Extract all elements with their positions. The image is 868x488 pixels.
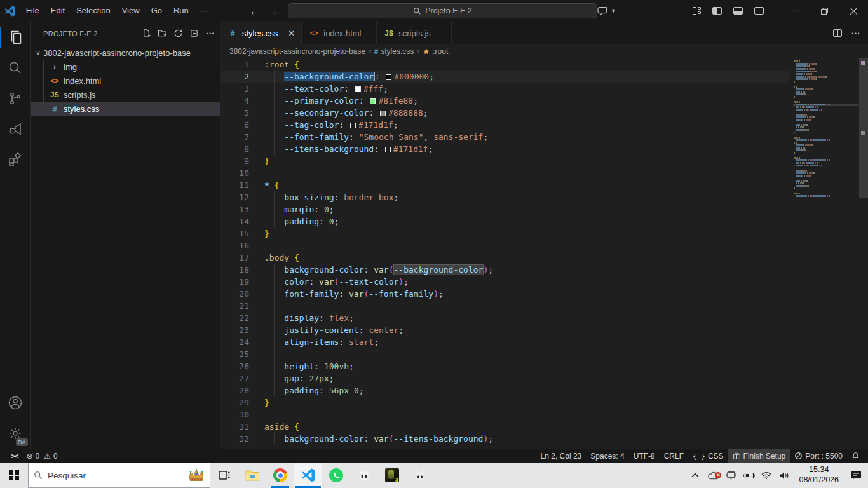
- editor-more-actions-icon[interactable]: [851, 29, 860, 38]
- code-line-19[interactable]: 19 color: var(--text-color);: [220, 276, 790, 288]
- tree-root-folder[interactable]: ˅3802-javascript-assincrono-projeto-base: [31, 46, 220, 60]
- taskbar-task-view-icon[interactable]: [210, 463, 238, 488]
- color-swatch[interactable]: [386, 74, 391, 80]
- color-swatch[interactable]: [370, 98, 376, 104]
- code-line-6[interactable]: 6 --tag-color: #171d1f;: [220, 119, 790, 131]
- split-editor-icon[interactable]: [833, 29, 842, 37]
- activitybar-settings-icon[interactable]: DA: [0, 418, 31, 449]
- activitybar-account-icon[interactable]: [0, 388, 31, 418]
- tab-scripts-js[interactable]: JSscripts.js: [377, 22, 452, 44]
- code-line-10[interactable]: 10: [220, 167, 790, 179]
- action-center-button[interactable]: [845, 470, 867, 480]
- code-line-17[interactable]: 17.body {: [220, 252, 790, 264]
- code-line-18[interactable]: 18 background-color: var(--background-co…: [220, 264, 790, 276]
- code-line-21[interactable]: 21: [220, 300, 790, 312]
- remote-indicator[interactable]: ><: [6, 449, 22, 463]
- toggle-panel-icon[interactable]: [733, 7, 743, 15]
- tab-styles-css[interactable]: #styles.css✕: [220, 22, 302, 44]
- code-line-5[interactable]: 5 --secondary-color: #888888;: [220, 107, 790, 119]
- code-line-1[interactable]: 1:root {: [220, 58, 790, 71]
- minimize-button[interactable]: [780, 0, 810, 22]
- color-swatch[interactable]: [355, 86, 361, 92]
- code-editor[interactable]: 1:root {2 --background-color: #000000;3 …: [220, 58, 790, 449]
- code-line-26[interactable]: 26 height: 100vh;: [220, 360, 790, 372]
- tray-onedrive-error-icon[interactable]: ✕: [705, 471, 721, 480]
- status-ln-2-col-23[interactable]: Ln 2, Col 23: [536, 449, 587, 463]
- activitybar-extensions-icon[interactable]: [0, 144, 31, 175]
- restore-button[interactable]: [810, 0, 839, 22]
- code-line-24[interactable]: 24 align-items: start;: [220, 336, 790, 348]
- menu-go[interactable]: Go: [146, 4, 168, 18]
- color-swatch[interactable]: [385, 147, 391, 152]
- taskbar-hornet-icon[interactable]: [406, 463, 434, 488]
- color-swatch[interactable]: [380, 111, 386, 116]
- menu-selection[interactable]: Selection: [71, 4, 116, 18]
- tray-volume-icon[interactable]: [776, 471, 792, 480]
- code-line-7[interactable]: 7 --font-family: "Smooch Sans", sans-ser…: [220, 131, 790, 143]
- tray-chevron-up-icon[interactable]: [687, 473, 703, 478]
- code-line-20[interactable]: 20 font-family: var(--font-family);: [220, 288, 790, 300]
- taskbar-clock[interactable]: 15:34 08/01/2026: [794, 465, 844, 485]
- breadcrumb-item[interactable]: #styles.css: [374, 47, 414, 56]
- breadcrumb[interactable]: 3802-javascript-assincrono-projeto-base›…: [220, 44, 868, 58]
- code-line-27[interactable]: 27 gap: 27px;: [220, 372, 790, 384]
- nav-forward-icon[interactable]: →: [268, 6, 278, 17]
- code-line-29[interactable]: 29}: [220, 396, 790, 409]
- code-line-15[interactable]: 15}: [220, 227, 790, 240]
- taskbar-fnaf3-icon[interactable]: [378, 463, 406, 488]
- code-line-22[interactable]: 22 display: flex;: [220, 312, 790, 324]
- code-line-28[interactable]: 28 padding: 56px 0;: [220, 384, 790, 396]
- code-line-16[interactable]: 16: [220, 240, 790, 252]
- new-folder-icon[interactable]: [158, 29, 167, 38]
- code-line-3[interactable]: 3 --text-color: #fff;: [220, 83, 790, 95]
- code-line-31[interactable]: 31aside {: [220, 421, 790, 433]
- copilot-button[interactable]: ▼: [597, 6, 616, 16]
- tray-wifi-icon[interactable]: [758, 471, 775, 479]
- tray-cast-icon[interactable]: [722, 471, 739, 480]
- code-line-25[interactable]: 25: [220, 348, 790, 360]
- tray-battery-icon[interactable]: [740, 472, 757, 479]
- tree-item-scripts-js[interactable]: JSscripts.js: [31, 88, 220, 102]
- code-line-13[interactable]: 13 margin: 0;: [220, 203, 790, 215]
- taskbar-vscode-icon[interactable]: [294, 463, 322, 488]
- activitybar-search-icon[interactable]: [0, 53, 31, 83]
- menu-edit[interactable]: Edit: [45, 4, 71, 18]
- taskbar-search[interactable]: Pesquisar: [28, 463, 210, 488]
- code-line-12[interactable]: 12 box-sizing: border-box;: [220, 191, 790, 203]
- menu-run[interactable]: Run: [168, 4, 194, 18]
- menu-[interactable]: ···: [194, 4, 214, 18]
- tab-index-html[interactable]: <>index.html: [302, 22, 377, 44]
- status-spaces-4[interactable]: Spaces: 4: [586, 449, 628, 463]
- tree-item-index-html[interactable]: <>index.html: [31, 74, 220, 88]
- toggle-secondary-sidebar-icon[interactable]: [754, 7, 764, 15]
- code-line-23[interactable]: 23 justify-content: center;: [220, 324, 790, 336]
- code-line-14[interactable]: 14 padding: 0;: [220, 215, 790, 227]
- status-finish-setup[interactable]: Finish Setup: [728, 449, 790, 463]
- scrollbar-thumb[interactable]: [859, 58, 868, 198]
- taskbar-chrome-icon[interactable]: [266, 463, 294, 488]
- search-highlight-crown-icon[interactable]: [188, 468, 205, 482]
- new-file-icon[interactable]: [142, 29, 151, 38]
- breadcrumb-item[interactable]: 3802-javascript-assincrono-projeto-base: [229, 47, 365, 56]
- taskbar-file-explorer-icon[interactable]: [238, 463, 266, 488]
- activitybar-explorer-icon[interactable]: [0, 22, 31, 53]
- status-bell[interactable]: [847, 449, 864, 463]
- activitybar-run-debug-icon[interactable]: [0, 114, 31, 144]
- menu-view[interactable]: View: [116, 4, 146, 18]
- start-button[interactable]: [0, 463, 28, 488]
- code-line-9[interactable]: 9}: [220, 155, 790, 167]
- close-button[interactable]: [839, 0, 868, 22]
- code-line-11[interactable]: 11* {: [220, 179, 790, 191]
- tree-item-styles-css[interactable]: #styles.css: [31, 102, 220, 116]
- code-line-2[interactable]: 2 --background-color: #000000;: [220, 71, 790, 83]
- code-line-4[interactable]: 4 --primary-color: #81fe88;: [220, 95, 790, 107]
- activitybar-source-control-icon[interactable]: [0, 83, 31, 114]
- taskbar-hollow-knight-icon[interactable]: [350, 463, 378, 488]
- status-port-5500[interactable]: Port : 5500: [790, 449, 847, 463]
- toggle-primary-sidebar-icon[interactable]: [712, 7, 722, 15]
- customize-layout-icon[interactable]: [693, 7, 701, 15]
- minimap[interactable]: [790, 58, 859, 449]
- command-center-search[interactable]: Projeto F-E 2: [288, 3, 597, 18]
- status-utf-8[interactable]: UTF-8: [629, 449, 660, 463]
- menu-file[interactable]: File: [20, 4, 45, 18]
